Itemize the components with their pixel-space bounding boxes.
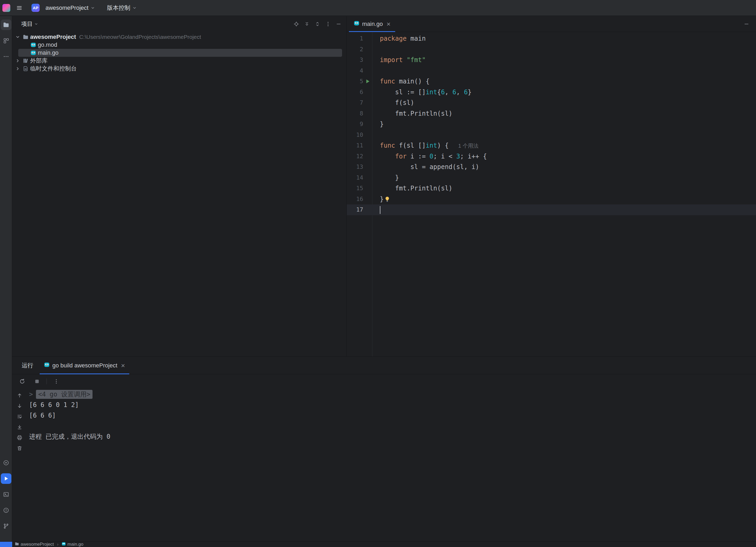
line-number[interactable]: 16 [347, 194, 363, 205]
code-line-15[interactable]: 15 fmt.Println(sl) [347, 183, 756, 194]
line-number[interactable]: 15 [347, 183, 363, 194]
rerun-icon[interactable] [17, 376, 27, 387]
expand-all-icon[interactable] [303, 20, 311, 28]
usages-inlay-hint[interactable]: 1 个用法 [458, 143, 479, 149]
line-number[interactable]: 6 [347, 87, 363, 98]
more-tool-icon[interactable] [1, 51, 11, 62]
tree-item--[interactable]: 外部库 [12, 57, 347, 65]
next-occurrence-icon[interactable] [15, 401, 24, 411]
code-text: } [372, 173, 756, 183]
chevron-right-icon[interactable] [15, 66, 23, 71]
code-line-12[interactable]: 12 for i := 0; i < 3; i++ { [347, 151, 756, 162]
project-switcher[interactable]: awesomeProject [43, 3, 98, 13]
project-folder-icon [15, 542, 19, 547]
line-number[interactable]: 2 [347, 44, 363, 55]
hamburger-menu-icon[interactable] [14, 3, 25, 13]
code-line-9[interactable]: 9} [347, 119, 756, 130]
code-line-8[interactable]: 8 fmt.Println(sl) [347, 108, 756, 119]
project-panel-header: 项目 [12, 16, 347, 32]
editor-tab-main-go[interactable]: main.go × [349, 16, 395, 32]
locate-file-icon[interactable] [292, 20, 301, 28]
code-line-3[interactable]: 3import "fmt" [347, 55, 756, 66]
console-line: [6 6 6] [29, 410, 756, 421]
code-line-4[interactable]: 4 [347, 66, 756, 76]
code-line-16[interactable]: 16} [347, 194, 756, 205]
intention-bulb-icon[interactable] [384, 196, 390, 202]
code-line-5[interactable]: 5func main() { [347, 76, 756, 87]
line-number[interactable]: 11 [347, 140, 363, 151]
breadcrumb-project[interactable]: awesomeProject [21, 542, 54, 547]
code-text: sl = append(sl, i) [372, 162, 756, 173]
code-line-6[interactable]: 6 sl := []int{6, 6, 6} [347, 87, 756, 98]
run-config-tab[interactable]: go build awesomeProject × [40, 357, 129, 374]
bottom-left-active-tool-icon[interactable] [0, 542, 12, 547]
run-tool-icon[interactable] [1, 473, 11, 484]
line-number[interactable]: 5 [347, 76, 363, 87]
line-number[interactable]: 14 [347, 173, 363, 183]
stop-icon[interactable] [32, 376, 42, 387]
prev-occurrence-icon[interactable] [15, 390, 24, 401]
services-tool-icon[interactable] [1, 457, 11, 468]
code-text: import "fmt" [372, 55, 756, 66]
problems-tool-icon[interactable] [1, 505, 11, 516]
editor-tab-bar: main.go × [347, 16, 756, 32]
folded-command[interactable]: <4 go 设置调用> [36, 390, 92, 399]
code-line-2[interactable]: 2 [347, 44, 756, 55]
status-bar: awesomeProject › main.go [0, 541, 756, 547]
more-options-icon[interactable] [324, 20, 332, 28]
soft-wrap-icon[interactable] [15, 411, 24, 422]
line-number[interactable]: 8 [347, 108, 363, 119]
code-text [372, 205, 756, 215]
code-line-11[interactable]: 11func f(sl []int) { 1 个用法 [347, 140, 756, 151]
code-line-10[interactable]: 10 [347, 130, 756, 141]
code-line-14[interactable]: 14 } [347, 173, 756, 183]
chevron-down-icon [132, 6, 137, 10]
project-panel-title[interactable]: 项目 [21, 20, 38, 28]
code-text: package main [372, 33, 756, 44]
line-number[interactable]: 9 [347, 119, 363, 130]
line-number[interactable]: 13 [347, 162, 363, 173]
code-line-13[interactable]: 13 sl = append(sl, i) [347, 162, 756, 173]
tree-item-go.mod[interactable]: go.mod [12, 41, 347, 49]
clear-console-icon[interactable] [15, 443, 24, 453]
collapse-all-icon[interactable] [313, 20, 322, 28]
line-number[interactable]: 7 [347, 98, 363, 108]
terminal-tool-icon[interactable] [1, 489, 11, 500]
run-line-icon[interactable] [363, 78, 372, 84]
line-number[interactable]: 10 [347, 130, 363, 141]
line-number[interactable]: 4 [347, 66, 363, 76]
console-output[interactable]: ><4 go 设置调用>[6 6 6 0 1 2][6 6 6] 进程 已完成，… [29, 388, 756, 541]
scroll-to-end-icon[interactable] [15, 422, 24, 432]
go-file-icon [354, 20, 359, 28]
close-icon[interactable]: × [386, 21, 390, 27]
tree-item-label: awesomeProject [30, 34, 76, 40]
close-icon[interactable]: × [121, 362, 125, 369]
breadcrumb-file[interactable]: main.go [67, 542, 83, 547]
code-line-7[interactable]: 7 f(sl) [347, 98, 756, 108]
line-number[interactable]: 3 [347, 55, 363, 66]
project-tool-icon[interactable] [1, 20, 11, 30]
tree-item-main.go[interactable]: main.go [12, 49, 347, 57]
scratch-icon [23, 66, 30, 72]
code-area[interactable]: 1package main23import "fmt"45func main()… [347, 32, 756, 215]
code-line-17[interactable]: 17 [347, 205, 756, 215]
project-panel: 项目 awesomeProjectC:\Users\meowr\GolandPr… [12, 16, 347, 356]
tree-item--[interactable]: 临时文件和控制台 [12, 65, 347, 73]
tree-item-label: 外部库 [30, 57, 48, 65]
editor-code-viewport[interactable]: 1package main23import "fmt"45func main()… [347, 32, 756, 356]
tree-item-awesomeProject[interactable]: awesomeProjectC:\Users\meowr\GolandProje… [12, 33, 347, 41]
chevron-right-icon[interactable] [15, 58, 23, 63]
line-number[interactable]: 17 [347, 205, 363, 215]
vcs-widget[interactable]: 版本控制 [104, 3, 139, 13]
code-line-1[interactable]: 1package main [347, 33, 756, 44]
print-icon[interactable] [15, 432, 24, 443]
git-tool-icon[interactable] [1, 521, 11, 531]
line-number[interactable]: 1 [347, 33, 363, 44]
hide-editor-tabs-icon[interactable] [741, 19, 752, 29]
structure-tool-icon[interactable] [1, 35, 11, 46]
hide-panel-icon[interactable] [334, 20, 343, 28]
more-options-icon[interactable] [51, 376, 62, 387]
line-number[interactable]: 12 [347, 151, 363, 162]
titlebar: AP awesomeProject 版本控制 [0, 0, 756, 16]
chevron-down-icon[interactable] [15, 35, 23, 39]
